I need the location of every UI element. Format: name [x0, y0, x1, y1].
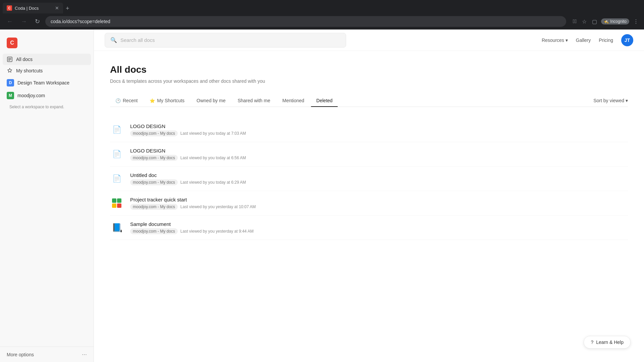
doc-item-3[interactable]: 📄 Untitled doc moodjoy.com - My docs Las…	[110, 167, 628, 191]
sidebar-item-design-workspace[interactable]: D Design Team Workspace	[3, 76, 91, 89]
doc-info-4: Project tracker quick start moodjoy.com …	[130, 197, 628, 210]
app-container: C All docs My shortcuts D Design Team Wo…	[0, 29, 644, 362]
learn-help-button[interactable]: ? Learn & Help	[584, 336, 631, 349]
incognito-icon: 🕵	[604, 19, 609, 24]
main-content: 🔍 Search all docs Resources ▾ Gallery Pr…	[94, 29, 644, 362]
doc-last-viewed-5: Last viewed by you yesterday at 9:44 AM	[180, 229, 254, 234]
filter-tabs: 🕐 Recent ⭐ My Shortcuts Owned by me Shar…	[110, 95, 628, 107]
tab-recent[interactable]: 🕐 Recent	[110, 95, 143, 107]
tab-deleted[interactable]: Deleted	[311, 95, 338, 107]
doc-icon-1: 📄	[110, 123, 123, 136]
tab-close-button[interactable]: ✕	[55, 5, 59, 11]
sort-button[interactable]: Sort by viewed ▾	[593, 98, 628, 103]
resources-label: Resources	[542, 38, 564, 43]
pricing-button[interactable]: Pricing	[599, 38, 613, 43]
page-title: All docs	[110, 64, 628, 75]
tab-recent-label: Recent	[123, 98, 138, 103]
file-icon: 📄	[112, 174, 121, 183]
moodjoy-badge: M	[7, 92, 14, 99]
address-bar[interactable]	[45, 16, 566, 27]
shortcuts-icon: ⭐	[150, 98, 155, 103]
sidebar-item-my-shortcuts[interactable]: My shortcuts	[3, 65, 91, 76]
moodjoy-label: moodjoy.com	[17, 93, 45, 98]
back-button[interactable]: ←	[4, 17, 15, 26]
browser-tab[interactable]: C Coda | Docs ✕	[3, 3, 63, 13]
doc-tag-5: moodjoy.com - My docs	[130, 228, 178, 234]
tab-shared-label: Shared with me	[237, 98, 270, 103]
tab-owned-label: Owned by me	[197, 98, 225, 103]
doc-name-2: LOGO DESIGN	[130, 148, 628, 154]
doc-icon-4	[110, 196, 123, 210]
all-docs-icon	[7, 56, 13, 62]
file-icon: 📄	[112, 125, 121, 134]
recent-icon: 🕐	[115, 98, 121, 103]
gallery-button[interactable]: Gallery	[576, 38, 591, 43]
tab-owned-by-me[interactable]: Owned by me	[191, 95, 231, 107]
doc-meta-4: moodjoy.com - My docs Last viewed by you…	[130, 204, 628, 210]
tab-my-shortcuts[interactable]: ⭐ My Shortcuts	[144, 95, 190, 107]
doc-item-2[interactable]: 📄 LOGO DESIGN moodjoy.com - My docs Last…	[110, 142, 628, 167]
sidebar-item-all-docs[interactable]: All docs	[3, 54, 91, 65]
search-placeholder: Search all docs	[120, 37, 155, 43]
doc-icon-5: 📘⬇	[110, 221, 123, 234]
refresh-button[interactable]: ↻	[32, 16, 43, 26]
doc-icon-2: 📄	[110, 147, 123, 161]
coda-logo: C	[7, 38, 17, 48]
more-options-button[interactable]: ···	[82, 351, 87, 358]
chevron-down-icon: ▾	[566, 38, 568, 43]
tab-mentioned-label: Mentioned	[282, 98, 304, 103]
eye-slash-icon[interactable]: 👁̸	[572, 17, 578, 26]
doc-meta-5: moodjoy.com - My docs Last viewed by you…	[130, 228, 628, 234]
bookmark-star-icon[interactable]: ☆	[581, 17, 588, 26]
sort-label: Sort by viewed	[593, 98, 624, 103]
doc-tag-3: moodjoy.com - My docs	[130, 179, 178, 185]
tab-deleted-label: Deleted	[316, 98, 332, 103]
tab-title: Coda | Docs	[15, 6, 39, 11]
tab-favicon: C	[7, 5, 12, 11]
sidebar-item-moodjoy[interactable]: M moodjoy.com	[3, 89, 91, 102]
search-bar[interactable]: 🔍 Search all docs	[105, 33, 346, 48]
doc-item-4[interactable]: Project tracker quick start moodjoy.com …	[110, 191, 628, 216]
doc-tag-1: moodjoy.com - My docs	[130, 130, 178, 136]
doc-last-viewed-3: Last viewed by you today at 6:29 AM	[180, 180, 246, 185]
learn-help-icon: ?	[591, 340, 593, 345]
doc-last-viewed-2: Last viewed by you today at 6:56 AM	[180, 156, 246, 160]
top-bar: 🔍 Search all docs Resources ▾ Gallery Pr…	[94, 29, 644, 51]
doc-tag-4: moodjoy.com - My docs	[130, 204, 178, 210]
sidebar-logo: C	[0, 35, 94, 54]
doc-info-2: LOGO DESIGN moodjoy.com - My docs Last v…	[130, 148, 628, 161]
design-workspace-badge: D	[7, 79, 14, 86]
doc-name-1: LOGO DESIGN	[130, 123, 628, 129]
grid-icon	[112, 198, 121, 208]
tab-mentioned[interactable]: Mentioned	[277, 95, 310, 107]
star-icon	[7, 68, 13, 74]
doc-name-3: Untitled doc	[130, 172, 628, 178]
doc-tag-2: moodjoy.com - My docs	[130, 155, 178, 161]
doc-name-4: Project tracker quick start	[130, 197, 628, 202]
doc-last-viewed-4: Last viewed by you yesterday at 10:07 AM	[180, 204, 256, 209]
doc-meta-1: moodjoy.com - My docs Last viewed by you…	[130, 130, 628, 136]
user-avatar[interactable]: JT	[621, 34, 633, 46]
top-bar-right: Resources ▾ Gallery Pricing JT	[542, 34, 633, 46]
doc-info-1: LOGO DESIGN moodjoy.com - My docs Last v…	[130, 123, 628, 136]
page-subtitle: Docs & templates across your workspaces …	[110, 78, 628, 84]
incognito-badge: 🕵 Incognito	[601, 18, 629, 24]
tab-bar: C Coda | Docs ✕ +	[0, 0, 644, 13]
new-tab-button[interactable]: +	[64, 4, 71, 13]
tab-shared-with-me[interactable]: Shared with me	[232, 95, 275, 107]
doc-meta-2: moodjoy.com - My docs Last viewed by you…	[130, 155, 628, 161]
sidebar-navigation: All docs My shortcuts D Design Team Work…	[0, 54, 94, 347]
book-icon: 📘⬇	[112, 223, 122, 232]
my-shortcuts-label: My shortcuts	[16, 68, 43, 73]
doc-last-viewed-1: Last viewed by you today at 7:03 AM	[180, 131, 246, 136]
forward-button[interactable]: →	[18, 17, 30, 26]
browser-actions: 👁̸ ☆ ▢ 🕵 Incognito ⋮	[572, 17, 640, 26]
doc-item-5[interactable]: 📘⬇ Sample document moodjoy.com - My docs…	[110, 216, 628, 240]
browser-menu-button[interactable]: ⋮	[632, 17, 640, 26]
resources-button[interactable]: Resources ▾	[542, 38, 568, 43]
doc-item-1[interactable]: 📄 LOGO DESIGN moodjoy.com - My docs Last…	[110, 118, 628, 142]
tab-my-shortcuts-label: My Shortcuts	[157, 98, 184, 103]
doc-info-5: Sample document moodjoy.com - My docs La…	[130, 221, 628, 234]
sidebar-footer: More options ···	[0, 347, 94, 362]
side-panel-icon[interactable]: ▢	[591, 17, 598, 26]
